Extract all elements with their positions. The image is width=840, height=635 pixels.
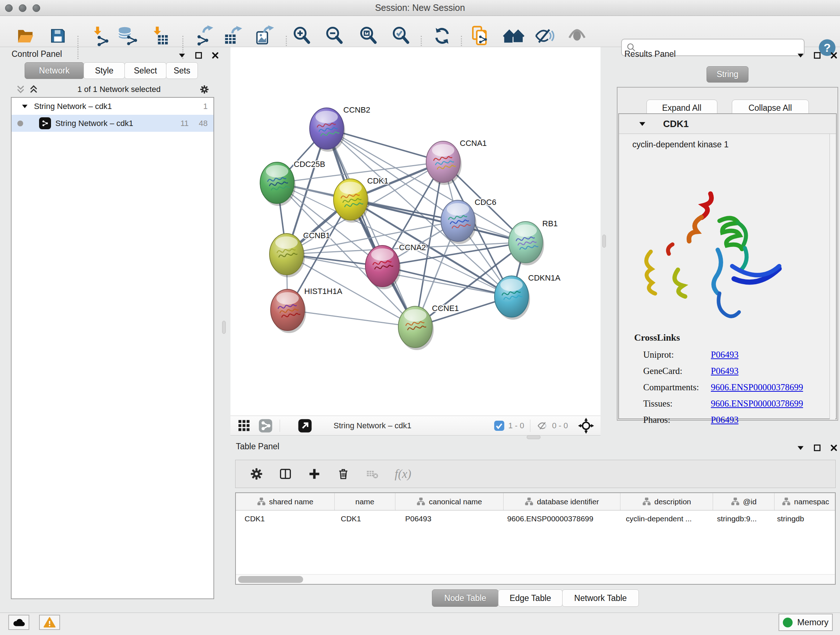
- collapse-all-networks-icon[interactable]: [16, 85, 25, 94]
- network-graph[interactable]: CCNB2CCNA1CDC25BCDK1CDC6RB1CCNB1CCNA2CDK…: [231, 47, 600, 416]
- crosslink-link[interactable]: P06493: [711, 350, 738, 360]
- network-collection-row[interactable]: String Network – cdk1 1: [11, 98, 213, 115]
- zoom-fit-content-button[interactable]: [357, 24, 380, 48]
- birds-eye-view-icon[interactable]: [297, 417, 313, 434]
- open-session-button[interactable]: [14, 24, 37, 48]
- protein-card-header[interactable]: CDK1: [619, 114, 836, 134]
- string-clone-network-button[interactable]: [469, 24, 492, 48]
- hidden-eye-slash-icon[interactable]: [536, 419, 549, 432]
- graph-edge-CCNA2-CDKN1A[interactable]: [382, 266, 512, 296]
- zoom-out-button[interactable]: [323, 24, 346, 48]
- window-controls: [5, 4, 40, 12]
- refresh-icon: [432, 26, 452, 46]
- maximize-window-button[interactable]: [33, 4, 40, 12]
- graph-node-CCNA1[interactable]: CCNA1: [426, 139, 487, 185]
- minimize-window-button[interactable]: [19, 4, 27, 12]
- graph-node-CCNE1[interactable]: CCNE1: [398, 304, 459, 350]
- warnings-button[interactable]: [39, 615, 60, 630]
- tab-string[interactable]: String: [706, 66, 748, 82]
- close-panel-icon[interactable]: [210, 51, 220, 60]
- crosshair-icon[interactable]: [577, 417, 595, 434]
- section-expand-icon[interactable]: [639, 121, 646, 126]
- tab-network-table[interactable]: Network Table: [562, 589, 639, 607]
- bottom-splitter-handle[interactable]: [527, 435, 540, 439]
- string-home-button[interactable]: [502, 24, 525, 48]
- selected-checkbox-icon[interactable]: [493, 420, 505, 432]
- column-header-database-identifier[interactable]: database identifier: [504, 493, 621, 510]
- import-network-from-file-button[interactable]: [88, 24, 112, 48]
- export-table-icon: [223, 25, 243, 46]
- export-image-button[interactable]: [253, 24, 276, 48]
- close-panel-icon[interactable]: [829, 443, 838, 453]
- crosslink-link[interactable]: P06493: [711, 415, 738, 425]
- tab-select[interactable]: Select: [125, 62, 166, 79]
- show-columns-icon[interactable]: [279, 467, 292, 480]
- column-header-id[interactable]: @id: [713, 493, 775, 510]
- create-column-plus-icon[interactable]: [308, 467, 321, 480]
- zoom-selected-button[interactable]: [390, 24, 413, 48]
- close-window-button[interactable]: [5, 4, 13, 12]
- column-header-shared-name[interactable]: shared name: [236, 493, 335, 510]
- tab-network[interactable]: Network: [25, 62, 84, 79]
- table-settings-gear-icon[interactable]: [250, 467, 263, 480]
- tab-node-table[interactable]: Node Table: [432, 589, 499, 607]
- grid-view-icon[interactable]: [236, 418, 252, 434]
- zoom-selected-icon: [391, 25, 412, 46]
- column-header-namespace[interactable]: namespac: [775, 493, 836, 510]
- table-row[interactable]: CDK1 CDK1 P06493 9606.ENSP00000378699 cy…: [236, 510, 835, 527]
- float-panel-icon[interactable]: [813, 51, 822, 60]
- column-header-description[interactable]: description: [621, 493, 713, 510]
- collection-expand-icon[interactable]: [22, 104, 28, 109]
- network-view-share-icon[interactable]: [257, 417, 274, 434]
- collapse-panel-icon[interactable]: [796, 443, 805, 453]
- zoom-in-button[interactable]: [291, 24, 314, 48]
- network-options-gear-icon[interactable]: [200, 85, 209, 94]
- results-scrollbar[interactable]: [829, 134, 835, 419]
- cell-canonical-name: P06493: [395, 515, 504, 523]
- tab-style[interactable]: Style: [84, 62, 125, 79]
- graph-edge-HIST1H1A-CCNE1[interactable]: [287, 310, 415, 327]
- close-panel-icon[interactable]: [829, 51, 838, 60]
- table-horizont al-scrollbar: [236, 574, 835, 584]
- float-panel-icon[interactable]: [813, 443, 822, 453]
- graph-node-HIST1H1A[interactable]: HIST1H1A: [271, 287, 342, 333]
- graph-node-CCNB1[interactable]: CCNB1: [270, 231, 330, 277]
- memory-button[interactable]: Memory: [778, 614, 833, 631]
- crosslink-link[interactable]: 9606.ENSP00000378699: [711, 382, 803, 393]
- crosslink-link[interactable]: 9606.ENSP00000378699: [711, 399, 803, 409]
- string-show-hide-button[interactable]: [533, 24, 556, 48]
- network-canvas[interactable]: CCNB2CCNA1CDC25BCDK1CDC6RB1CCNB1CCNA2CDK…: [231, 47, 600, 416]
- right-splitter-handle[interactable]: [602, 234, 606, 248]
- graph-node-CDKN1A[interactable]: CDKN1A: [494, 273, 561, 320]
- graph-node-RB1[interactable]: RB1: [508, 219, 558, 265]
- scrollbar-thumb[interactable]: [238, 576, 303, 583]
- refresh-view-button[interactable]: [431, 24, 454, 48]
- export-network-button[interactable]: [193, 24, 216, 48]
- expand-all-networks-icon[interactable]: [29, 85, 38, 94]
- float-panel-icon[interactable]: [194, 51, 203, 60]
- tab-label: Node Table: [444, 593, 486, 603]
- network-row[interactable]: String Network – cdk1 11 48: [11, 115, 213, 132]
- function-builder-button[interactable]: f(x): [395, 467, 411, 481]
- graph-edge-CDK1-RB1[interactable]: [351, 200, 526, 242]
- delete-table-icon[interactable]: [366, 467, 379, 480]
- export-table-button[interactable]: [221, 24, 245, 48]
- column-header-name[interactable]: name: [335, 493, 395, 510]
- graph-node-CCNA2[interactable]: CCNA2: [365, 243, 426, 289]
- save-session-button[interactable]: [46, 24, 69, 48]
- column-header-canonical-name[interactable]: canonical name: [395, 493, 504, 510]
- crosslink-link[interactable]: P06493: [711, 366, 738, 376]
- graph-node-CCNB2[interactable]: CCNB2: [309, 105, 370, 152]
- graph-edge-CCNB2-CCNE1[interactable]: [327, 128, 415, 327]
- control-panel: Control Panel Network Style Select Sets …: [4, 47, 224, 613]
- tab-sets[interactable]: Sets: [166, 62, 198, 79]
- string-eye-button[interactable]: [565, 24, 589, 48]
- delete-column-trash-icon[interactable]: [337, 467, 350, 480]
- tab-edge-table[interactable]: Edge Table: [498, 589, 562, 607]
- collapse-panel-icon[interactable]: [796, 51, 805, 60]
- left-splitter-handle[interactable]: [222, 321, 226, 334]
- import-table-from-file-button[interactable]: [148, 24, 172, 48]
- cloud-status-button[interactable]: [8, 615, 29, 630]
- import-network-from-database-button[interactable]: [116, 24, 139, 48]
- collapse-panel-icon[interactable]: [177, 51, 187, 60]
